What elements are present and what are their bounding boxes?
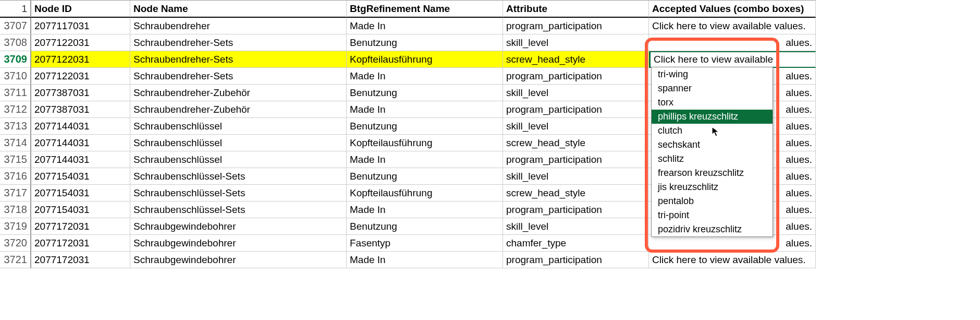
combobox-dropdown[interactable]: tri-wingspannertorxphillips kreuzschlitz… — [651, 67, 773, 237]
dropdown-option[interactable]: spanner — [652, 81, 773, 96]
dropdown-option[interactable]: phillips kreuzschlitz — [652, 110, 773, 124]
cell-accepted-values[interactable]: Click here to view available values. — [649, 252, 816, 268]
row-number[interactable]: 3711 — [0, 85, 31, 101]
cell-node-id[interactable]: 2077387031 — [31, 85, 130, 101]
dropdown-option[interactable]: jis kreuzschlitz — [652, 180, 773, 194]
cell-node-id[interactable]: 2077154031 — [31, 168, 130, 185]
cell-node-id[interactable]: 2077387031 — [31, 101, 130, 118]
cell-node-name[interactable]: Schraubenschlüssel-Sets — [130, 168, 347, 185]
dropdown-option[interactable]: sechskant — [652, 138, 773, 152]
cell-attribute[interactable]: skill_level — [503, 85, 649, 101]
cell-node-name[interactable]: Schraubgewindebohrer — [130, 252, 347, 268]
cell-accepted-values[interactable]: Click here to view available values. — [649, 18, 816, 34]
dropdown-option[interactable]: clutch — [652, 124, 773, 138]
cell-node-name[interactable]: Schraubendreher-Sets — [130, 34, 347, 51]
cell-node-name[interactable]: Schraubgewindebohrer — [130, 218, 347, 235]
cell-node-id[interactable]: 2077122031 — [31, 68, 130, 85]
cell-node-id[interactable]: 2077144031 — [31, 151, 130, 168]
row-number[interactable]: 3719 — [0, 218, 31, 235]
cell-btg-refinement[interactable]: Made In — [347, 68, 503, 85]
cell-accepted-values[interactable]: Click here to view available — [649, 51, 816, 68]
cell-btg-refinement[interactable]: Made In — [347, 18, 503, 34]
cell-btg-refinement[interactable]: Benutzung — [347, 85, 503, 101]
dropdown-option[interactable]: pentalob — [652, 194, 773, 208]
cell-attribute[interactable]: skill_level — [503, 168, 649, 185]
header-node-id[interactable]: Node ID — [31, 0, 130, 18]
header-attribute[interactable]: Attribute — [503, 0, 649, 18]
row-number[interactable]: 3708 — [0, 34, 31, 51]
dropdown-option[interactable]: schlitz — [652, 152, 773, 166]
cell-node-name[interactable]: Schraubendreher-Sets — [130, 68, 347, 85]
cell-attribute[interactable]: chamfer_type — [503, 235, 649, 252]
cell-attribute[interactable]: screw_head_style — [503, 135, 649, 151]
cell-attribute[interactable]: program_participation — [503, 68, 649, 85]
cell-btg-refinement[interactable]: Benutzung — [347, 218, 503, 235]
cell-node-name[interactable]: Schraubenschlüssel — [130, 118, 347, 135]
cell-node-id[interactable]: 2077172031 — [31, 252, 130, 268]
cell-node-id[interactable]: 2077172031 — [31, 218, 130, 235]
cell-btg-refinement[interactable]: Made In — [347, 252, 503, 268]
row-number[interactable]: 3707 — [0, 18, 31, 34]
cell-attribute[interactable]: skill_level — [503, 34, 649, 51]
cell-btg-refinement[interactable]: Benutzung — [347, 168, 503, 185]
row-number[interactable]: 3717 — [0, 185, 31, 202]
cell-btg-refinement[interactable]: Made In — [347, 101, 503, 118]
cell-node-id[interactable]: 2077154031 — [31, 185, 130, 202]
cell-node-name[interactable]: Schraubendreher-Zubehör — [130, 101, 347, 118]
cell-node-name[interactable]: Schraubenschlüssel — [130, 135, 347, 151]
cell-btg-refinement[interactable]: Benutzung — [347, 118, 503, 135]
cell-accepted-values[interactable]: alues. — [649, 235, 816, 252]
cell-btg-refinement[interactable]: Fasentyp — [347, 235, 503, 252]
cell-node-name[interactable]: Schraubenschlüssel-Sets — [130, 185, 347, 202]
row-number[interactable]: 3713 — [0, 118, 31, 135]
cell-node-id[interactable]: 2077122031 — [31, 34, 130, 51]
row-number[interactable]: 3720 — [0, 235, 31, 252]
cell-attribute[interactable]: screw_head_style — [503, 51, 649, 68]
cell-attribute[interactable]: skill_level — [503, 218, 649, 235]
row-number[interactable]: 3716 — [0, 168, 31, 185]
cell-btg-refinement[interactable]: Kopfteilausführung — [347, 51, 503, 68]
header-btg-refinement[interactable]: BtgRefinement Name — [347, 0, 503, 18]
cell-attribute[interactable]: screw_head_style — [503, 185, 649, 202]
cell-attribute[interactable]: program_participation — [503, 151, 649, 168]
row-number[interactable]: 3712 — [0, 101, 31, 118]
dropdown-option[interactable]: tri-point — [652, 208, 773, 222]
cell-node-id[interactable]: 2077122031 — [31, 51, 130, 68]
cell-node-id[interactable]: 2077172031 — [31, 235, 130, 252]
cell-node-id[interactable]: 2077154031 — [31, 202, 130, 218]
row-number[interactable]: 3715 — [0, 151, 31, 168]
dropdown-option[interactable]: frearson kreuzschlitz — [652, 166, 773, 180]
dropdown-option[interactable]: torx — [652, 96, 773, 110]
cell-attribute[interactable]: skill_level — [503, 118, 649, 135]
cell-node-id[interactable]: 2077144031 — [31, 135, 130, 151]
header-rownum: 1 — [0, 0, 31, 18]
dropdown-option[interactable]: pozidriv kreuzschlitz — [652, 222, 773, 236]
cell-attribute[interactable]: program_participation — [503, 202, 649, 218]
row-number[interactable]: 3721 — [0, 252, 31, 268]
header-accepted-values[interactable]: Accepted Values (combo boxes) — [649, 0, 816, 18]
cell-btg-refinement[interactable]: Made In — [347, 151, 503, 168]
cell-btg-refinement[interactable]: Made In — [347, 202, 503, 218]
cell-attribute[interactable]: program_participation — [503, 18, 649, 34]
row-number[interactable]: 3714 — [0, 135, 31, 151]
dropdown-option[interactable]: tri-wing — [652, 67, 773, 81]
row-number[interactable]: 3710 — [0, 68, 31, 85]
header-node-name[interactable]: Node Name — [130, 0, 347, 18]
cell-node-name[interactable]: Schraubendreher-Zubehör — [130, 85, 347, 101]
cell-node-name[interactable]: Schraubendreher — [130, 18, 347, 34]
cell-btg-refinement[interactable]: Benutzung — [347, 34, 503, 51]
cell-btg-refinement[interactable]: Kopfteilausführung — [347, 135, 503, 151]
cell-attribute[interactable]: program_participation — [503, 252, 649, 268]
cell-attribute[interactable]: program_participation — [503, 101, 649, 118]
row-number[interactable]: 3709 — [0, 51, 31, 68]
spreadsheet-grid[interactable]: 1 Node ID Node Name BtgRefinement Name A… — [0, 0, 980, 268]
cell-node-name[interactable]: Schraubenschlüssel — [130, 151, 347, 168]
cell-node-name[interactable]: Schraubgewindebohrer — [130, 235, 347, 252]
cell-node-name[interactable]: Schraubenschlüssel-Sets — [130, 202, 347, 218]
cell-node-id[interactable]: 2077144031 — [31, 118, 130, 135]
cell-accepted-values[interactable]: alues. — [649, 34, 816, 51]
cell-btg-refinement[interactable]: Kopfteilausführung — [347, 185, 503, 202]
cell-node-id[interactable]: 2077117031 — [31, 18, 130, 34]
row-number[interactable]: 3718 — [0, 202, 31, 218]
cell-node-name[interactable]: Schraubendreher-Sets — [130, 51, 347, 68]
